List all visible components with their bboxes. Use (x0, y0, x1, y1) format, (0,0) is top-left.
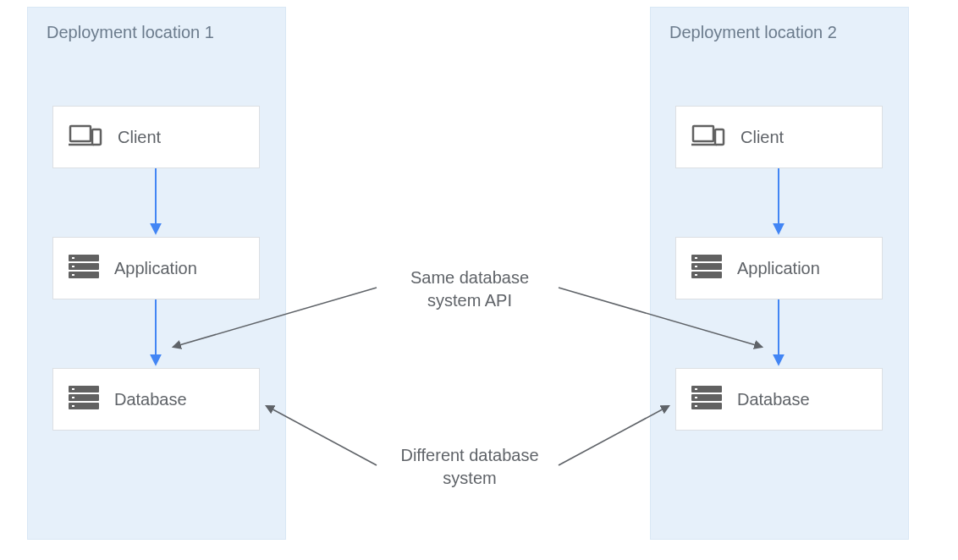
server-icon (691, 254, 722, 283)
node-database-right: Database (675, 368, 883, 431)
svg-rect-13 (72, 397, 74, 398)
devices-icon (69, 123, 102, 152)
svg-rect-22 (695, 266, 697, 267)
node-application-right: Application (675, 237, 883, 299)
node-label: Client (118, 128, 161, 147)
diagram-canvas: Deployment location 1 Deployment locatio… (0, 0, 958, 560)
svg-rect-21 (695, 257, 697, 259)
svg-rect-15 (693, 126, 713, 141)
node-label: Application (737, 259, 820, 278)
devices-icon (691, 123, 725, 152)
svg-rect-27 (695, 388, 697, 390)
node-client-left: Client (52, 106, 260, 168)
node-application-left: Application (52, 237, 260, 299)
svg-rect-23 (695, 274, 697, 276)
svg-rect-14 (72, 405, 74, 407)
zone-title-2: Deployment location 2 (669, 23, 889, 42)
server-icon (69, 385, 99, 415)
svg-rect-29 (695, 405, 697, 407)
svg-rect-12 (72, 388, 74, 390)
annotation-different-db: Different database system (377, 444, 563, 490)
svg-rect-0 (70, 126, 91, 141)
node-label: Database (737, 390, 810, 409)
node-label: Database (114, 390, 187, 409)
svg-rect-7 (72, 266, 74, 267)
svg-rect-2 (92, 129, 101, 145)
node-client-right: Client (675, 106, 883, 168)
node-label: Client (741, 128, 784, 147)
svg-rect-8 (72, 274, 74, 276)
node-database-left: Database (52, 368, 260, 431)
zone-title-1: Deployment location 1 (47, 23, 267, 42)
server-icon (69, 254, 99, 283)
server-icon (691, 385, 722, 415)
annotation-same-api: Same database system API (377, 266, 563, 312)
svg-rect-28 (695, 397, 697, 398)
node-label: Application (114, 259, 197, 278)
svg-rect-6 (72, 257, 74, 259)
svg-rect-17 (715, 129, 724, 145)
